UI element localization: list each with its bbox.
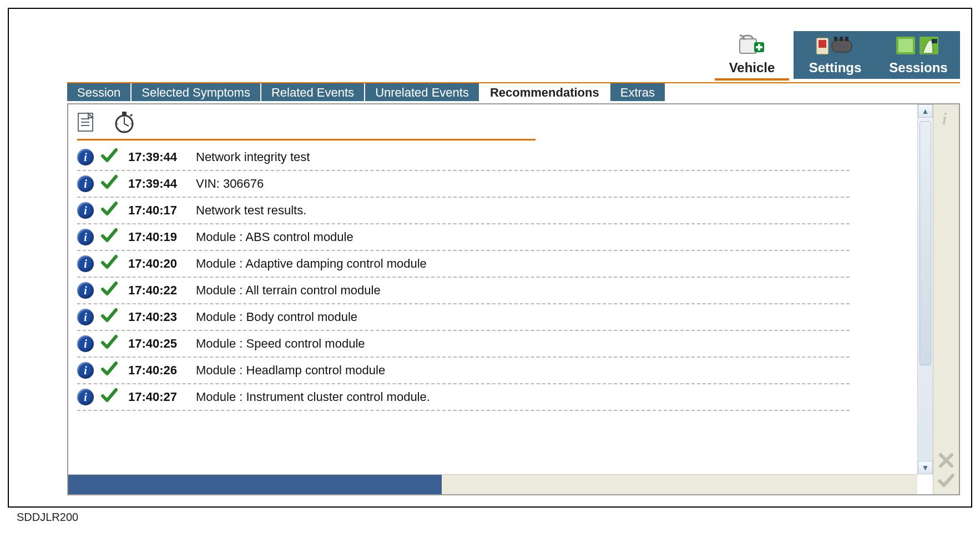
figure-caption: SDDJLR200 <box>17 511 78 524</box>
event-time: 17:40:23 <box>128 310 189 324</box>
event-rows: i17:39:44Network integrity testi17:39:44… <box>77 144 850 472</box>
tab-session[interactable]: Session <box>67 83 132 101</box>
settings-icon <box>815 34 855 60</box>
tab-recommendations[interactable]: Recommendations <box>480 83 610 101</box>
app-frame: Vehicle Settings <box>8 8 972 508</box>
topnav-vehicle[interactable]: Vehicle <box>710 31 794 79</box>
check-icon <box>100 200 118 220</box>
list-header <box>68 104 933 138</box>
recommendations-panel: i17:39:44Network integrity testi17:39:44… <box>67 103 960 495</box>
event-row[interactable]: i17:39:44VIN: 306676 <box>77 171 850 198</box>
event-description: Module : Instrument cluster control modu… <box>196 390 850 404</box>
header-divider <box>77 139 536 140</box>
check-icon <box>100 334 118 354</box>
event-row[interactable]: i17:40:17Network test results. <box>77 198 850 224</box>
tab-related-events[interactable]: Related Events <box>261 83 365 101</box>
topnav-settings[interactable]: Settings <box>794 31 877 79</box>
event-description: Module : All terrain control module <box>196 283 850 298</box>
event-description: Module : Speed control module <box>196 337 850 351</box>
svg-rect-12 <box>898 39 913 52</box>
info-icon[interactable]: i <box>77 282 94 299</box>
event-description: VIN: 306676 <box>196 177 850 191</box>
topnav-sessions[interactable]: Sessions <box>877 31 960 79</box>
event-time: 17:40:26 <box>128 363 189 378</box>
cancel-disabled-icon <box>938 452 954 469</box>
svg-line-22 <box>130 114 132 116</box>
event-time: 17:40:20 <box>128 257 189 271</box>
event-row[interactable]: i17:40:25Module : Speed control module <box>77 331 850 358</box>
svg-rect-0 <box>740 39 756 53</box>
scroll-thumb[interactable] <box>920 121 931 365</box>
event-description: Network integrity test <box>196 150 850 164</box>
vehicle-diagnostic-icon <box>739 34 765 60</box>
topnav-label: Settings <box>809 60 862 75</box>
event-row[interactable]: i17:39:44Network integrity test <box>77 144 850 171</box>
svg-rect-9 <box>840 37 843 41</box>
info-icon[interactable]: i <box>77 202 94 219</box>
svg-rect-7 <box>832 40 852 52</box>
tab-spacer <box>666 83 960 101</box>
scroll-down-icon[interactable]: ▼ <box>918 461 933 474</box>
event-description: Network test results. <box>196 203 850 218</box>
svg-text:i: i <box>942 110 947 128</box>
svg-rect-20 <box>122 112 127 115</box>
top-nav: Vehicle Settings <box>710 31 960 79</box>
check-icon <box>100 280 118 300</box>
event-time: 17:40:25 <box>128 337 189 351</box>
info-disabled-icon: i <box>938 110 954 129</box>
info-icon[interactable]: i <box>77 335 94 352</box>
hscroll-fill[interactable] <box>68 475 442 494</box>
horizontal-scrollbar[interactable] <box>68 474 917 494</box>
action-rail: i <box>933 104 959 494</box>
event-row[interactable]: i17:40:22Module : All terrain control mo… <box>77 278 850 304</box>
event-time: 17:39:44 <box>128 150 189 164</box>
info-icon[interactable]: i <box>77 389 94 405</box>
info-icon[interactable]: i <box>77 362 94 379</box>
check-icon <box>100 174 118 194</box>
event-description: Module : ABS control module <box>196 230 850 244</box>
check-icon <box>100 307 118 327</box>
event-row[interactable]: i17:40:23Module : Body control module <box>77 304 850 331</box>
check-icon <box>100 227 118 247</box>
event-time: 17:40:19 <box>128 230 189 244</box>
topnav-label: Vehicle <box>729 60 775 75</box>
tab-selected-symptoms[interactable]: Selected Symptoms <box>132 83 261 101</box>
info-icon[interactable]: i <box>77 229 94 245</box>
stopwatch-icon[interactable] <box>114 111 135 136</box>
event-row[interactable]: i17:40:20Module : Adaptive damping contr… <box>77 251 850 278</box>
info-icon[interactable]: i <box>77 255 94 272</box>
event-row[interactable]: i17:40:26Module : Headlamp control modul… <box>77 358 850 384</box>
sessions-icon <box>895 34 942 60</box>
event-time: 17:39:44 <box>128 177 189 191</box>
event-time: 17:40:22 <box>128 283 189 298</box>
info-icon[interactable]: i <box>77 309 94 325</box>
svg-rect-10 <box>845 37 848 41</box>
check-icon <box>100 387 118 407</box>
info-icon[interactable]: i <box>77 149 94 165</box>
document-icon[interactable] <box>77 112 94 134</box>
event-list-area: i17:39:44Network integrity testi17:39:44… <box>68 104 933 494</box>
event-description: Module : Headlamp control module <box>196 363 850 378</box>
svg-rect-8 <box>834 37 837 41</box>
tab-extras[interactable]: Extras <box>610 83 666 101</box>
check-icon <box>100 254 118 274</box>
event-row[interactable]: i17:40:27Module : Instrument cluster con… <box>77 384 850 411</box>
svg-point-4 <box>740 34 742 37</box>
tab-unrelated-events[interactable]: Unrelated Events <box>365 83 480 101</box>
event-time: 17:40:27 <box>128 390 189 404</box>
topnav-label: Sessions <box>889 60 947 75</box>
event-description: Module : Body control module <box>196 310 850 324</box>
event-description: Module : Adaptive damping control module <box>196 257 850 271</box>
tab-strip: Session Selected Symptoms Related Events… <box>67 82 960 101</box>
event-time: 17:40:17 <box>128 203 189 218</box>
vertical-scrollbar[interactable]: ▲ ▼ <box>917 104 933 474</box>
info-icon[interactable]: i <box>77 175 94 192</box>
confirm-disabled-icon <box>937 472 955 489</box>
scroll-up-icon[interactable]: ▲ <box>918 104 933 118</box>
svg-rect-6 <box>819 40 826 48</box>
svg-rect-14 <box>932 39 937 43</box>
svg-rect-3 <box>756 46 762 48</box>
check-icon <box>100 147 118 167</box>
check-icon <box>100 360 118 380</box>
event-row[interactable]: i17:40:19Module : ABS control module <box>77 224 850 251</box>
